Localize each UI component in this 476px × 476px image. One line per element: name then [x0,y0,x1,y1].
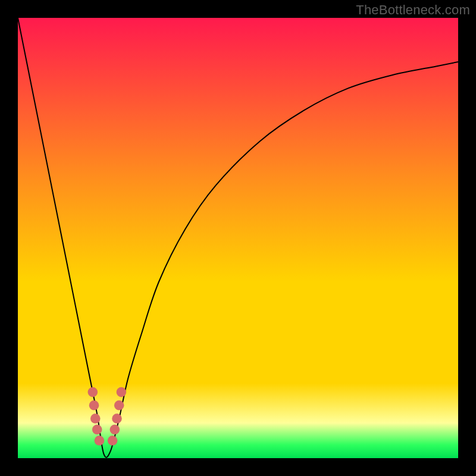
curve-marker-6 [110,425,120,434]
curve-marker-9 [117,387,126,397]
curve-marker-1 [89,400,99,410]
curve-marker-3 [92,425,102,434]
outer-frame: TheBottleneck.com [0,0,476,476]
curve-marker-7 [112,414,121,423]
curve-marker-5 [108,436,117,445]
curve-marker-8 [114,400,124,410]
chart-plot-area [18,18,458,458]
watermark-text: TheBottleneck.com [356,2,470,18]
curve-marker-4 [95,436,104,445]
gradient-background [18,18,458,458]
chart-svg [18,18,458,458]
curve-marker-2 [90,414,100,423]
curve-marker-0 [88,387,98,397]
